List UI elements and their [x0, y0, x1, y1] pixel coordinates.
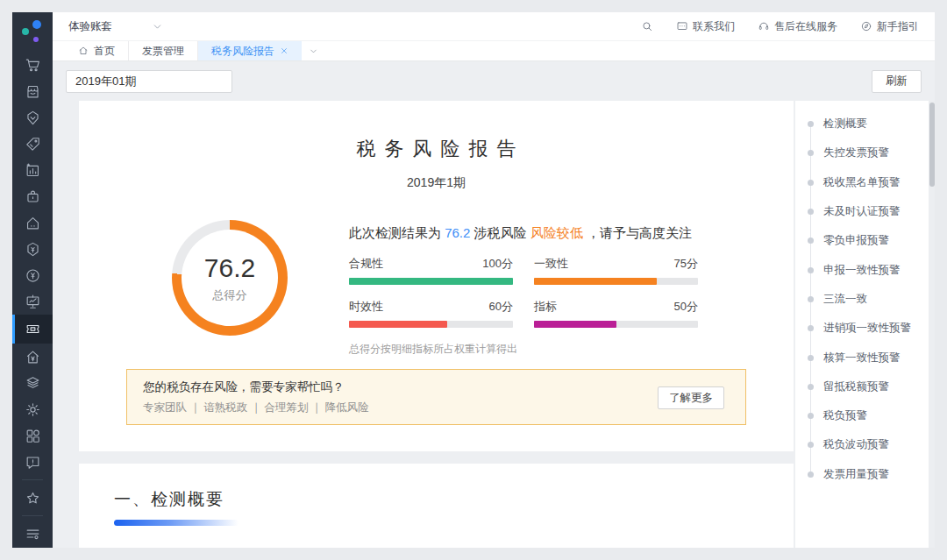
anchor-item-zero-negative[interactable]: 零负申报预警	[795, 226, 929, 255]
favorites-star-icon[interactable]	[12, 485, 53, 511]
dot-icon	[808, 384, 814, 390]
tag-icon[interactable]	[12, 131, 53, 157]
result-headline: 此次检测结果为 76.2 涉税风险 风险较低 ，请予与高度关注	[349, 225, 698, 242]
bar-label: 时效性	[349, 299, 383, 315]
score-detail: 此次检测结果为 76.2 涉税风险 风险较低 ，请予与高度关注 合规性100分 …	[349, 225, 698, 357]
account-dropdown[interactable]: 体验账套	[68, 19, 163, 34]
dot-icon	[808, 267, 814, 273]
store-icon[interactable]	[12, 78, 53, 104]
anchor-item-accounting-consistency[interactable]: 核算一致性预警	[795, 343, 929, 372]
score-label: 总得分	[213, 287, 247, 303]
dot-icon	[808, 296, 814, 302]
beginner-guide-label: 新手指引	[877, 19, 919, 34]
dot-icon	[808, 150, 814, 156]
scrollbar-thumb[interactable]	[929, 103, 935, 187]
dot-icon	[808, 209, 814, 215]
bar-track	[534, 321, 698, 328]
period-select-value: 2019年01期	[75, 74, 136, 89]
dot-icon	[808, 355, 814, 361]
home-icon	[78, 46, 89, 56]
bar-label: 指标	[534, 299, 557, 315]
anchor-item-tax-fluctuation[interactable]: 税负波动预警	[795, 430, 929, 459]
tab-list-dropdown[interactable]	[302, 41, 324, 60]
metric-bars: 合规性100分 一致性75分 时效性60分 指标50分	[349, 256, 698, 328]
briefcase-icon[interactable]	[12, 183, 53, 209]
anchor-item-uncertified[interactable]: 未及时认证预警	[795, 197, 929, 226]
anchor-item-retained-tax[interactable]: 留抵税额预警	[795, 372, 929, 401]
dot-icon	[808, 121, 814, 127]
anchor-item-lost-invoice[interactable]: 失控发票预警	[795, 138, 929, 167]
score-note: 总得分按明细指标所占权重计算得出	[349, 342, 698, 357]
toolbar: 2019年01期 刷新	[53, 61, 935, 101]
learn-more-button[interactable]: 了解更多	[658, 386, 724, 409]
account-label: 体验账套	[68, 19, 112, 34]
report-subtitle: 2019年1期	[79, 175, 794, 191]
bar-track	[349, 321, 513, 328]
tax-house-icon[interactable]	[12, 344, 53, 370]
bar-fill	[349, 321, 447, 328]
metric-timeliness: 时效性60分	[349, 299, 513, 328]
contact-us-label: 联系我们	[693, 19, 735, 34]
home-building-icon[interactable]	[12, 209, 53, 236]
dot-icon	[808, 471, 814, 478]
bar-track	[534, 278, 698, 285]
dot-icon	[808, 180, 814, 186]
settings-gear-icon[interactable]	[12, 396, 53, 422]
menu-collapse-icon[interactable]	[12, 521, 53, 547]
learn-more-label: 了解更多	[669, 391, 713, 406]
bar-fill	[534, 278, 657, 285]
beginner-guide-link[interactable]: 新手指引	[860, 19, 919, 34]
badge-icon[interactable]	[12, 104, 53, 131]
report-title: 税务风险报告	[79, 101, 794, 162]
top-links: 联系我们 售后在线服务 新手指引	[641, 19, 919, 34]
after-sales-service-label: 售后在线服务	[774, 19, 837, 34]
search-icon[interactable]	[641, 20, 653, 32]
bar-track	[349, 278, 513, 285]
anchor-item-declaration-consistency[interactable]: 申报一致性预警	[795, 255, 929, 284]
cart-icon[interactable]	[12, 52, 53, 78]
anchor-nav: 检测概要 失控发票预警 税收黑名单预警 未及时认证预警 零负申报预警 申报一致性…	[795, 110, 929, 489]
tab-invoice-management[interactable]: 发票管理	[129, 41, 198, 60]
anchor-item-overview[interactable]: 检测概要	[795, 110, 929, 138]
period-select[interactable]: 2019年01期	[66, 70, 232, 93]
coin-yuan-icon[interactable]	[12, 262, 53, 288]
app-window: 体验账套 联系我们 售后在线服务 新手指引	[0, 0, 947, 560]
anchor-item-invoice-usage[interactable]: 发票用量预警	[795, 460, 929, 489]
dot-icon	[808, 237, 814, 244]
apps-grid-icon[interactable]	[12, 422, 53, 449]
tab-tax-risk-report[interactable]: 税务风险报告	[198, 41, 302, 60]
tab-report-label: 税务风险报告	[211, 44, 274, 59]
refresh-button[interactable]: 刷新	[872, 70, 922, 93]
anchor-item-purchase-sales[interactable]: 进销项一致性预警	[795, 314, 929, 343]
anchor-nav-panel: 检测概要 失控发票预警 税收黑名单预警 未及时认证预警 零负申报预警 申报一致性…	[795, 101, 929, 548]
report-content: 税务风险报告 2019年1期 76.2 总得分 此次检测结果为 76.2 涉税风…	[53, 101, 935, 548]
sidebar-divider	[22, 515, 43, 516]
bar-fill	[349, 278, 513, 285]
compass-icon	[860, 20, 872, 32]
presentation-icon[interactable]	[12, 288, 53, 315]
layers-icon[interactable]	[12, 370, 53, 396]
metric-compliance: 合规性100分	[349, 256, 513, 285]
sidebar-divider	[22, 479, 43, 480]
tab-home-label: 首页	[94, 44, 115, 59]
anchor-item-tax-burden[interactable]: 税负预警	[795, 401, 929, 430]
section-heading: 一、检测概要	[114, 488, 794, 511]
anchor-item-three-flow[interactable]: 三流一致	[795, 285, 929, 314]
chart-icon[interactable]	[12, 157, 53, 183]
metric-indicator: 指标50分	[534, 299, 698, 328]
after-sales-service-link[interactable]: 售后在线服务	[758, 19, 837, 34]
invoice-ticket-icon[interactable]	[12, 315, 53, 344]
chevron-down-icon	[152, 21, 163, 32]
banner-title: 您的税负存在风险，需要专家帮忙吗？	[143, 379, 745, 395]
tab-home[interactable]: 首页	[65, 41, 129, 60]
anchor-item-tax-blacklist[interactable]: 税收黑名单预警	[795, 168, 929, 197]
sidebar	[12, 12, 53, 548]
dot-icon	[808, 325, 814, 331]
app-logo-icon[interactable]	[21, 20, 44, 43]
score-donut-hole: 76.2 总得分	[182, 230, 278, 326]
package-yuan-icon[interactable]	[12, 236, 53, 262]
contact-us-link[interactable]: 联系我们	[676, 19, 735, 34]
feedback-icon[interactable]	[12, 449, 53, 475]
close-icon[interactable]	[280, 46, 288, 55]
score-value: 76.2	[204, 253, 255, 283]
